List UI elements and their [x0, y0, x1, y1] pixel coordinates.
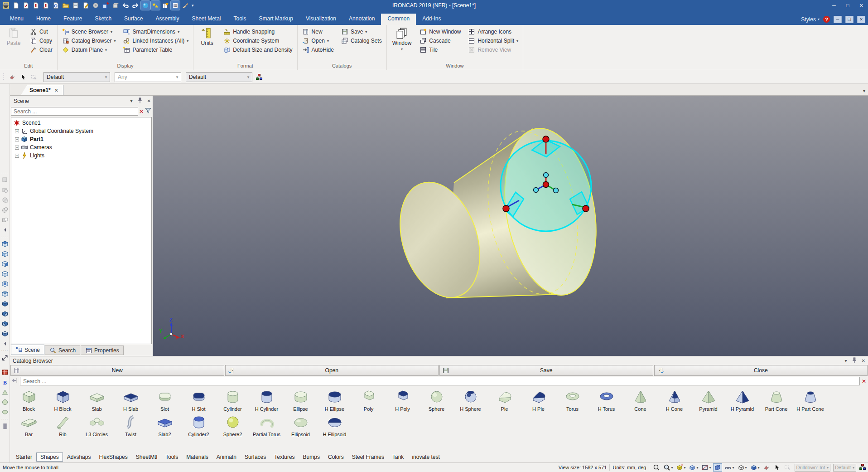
qat-doc-export-button[interactable] [41, 1, 50, 10]
qat-doc-check-button[interactable] [21, 1, 30, 10]
catalog-clear-search-icon[interactable]: ✕ [862, 378, 866, 384]
status-add-box-button[interactable]: ▾ [675, 463, 686, 472]
ribbon-tab-surface[interactable]: Surface [118, 14, 149, 25]
catalog-tab-bumps[interactable]: Bumps [299, 453, 324, 462]
cube-solid-c-button[interactable] [0, 319, 10, 329]
catalog-tab-inovate-test[interactable]: inovate test [408, 453, 444, 462]
config-combo[interactable]: Default▾ [186, 72, 252, 82]
ghost-mixed-button[interactable] [0, 215, 10, 225]
tree-item-part1[interactable]: +Part1 [11, 135, 151, 143]
catalog-search-input[interactable] [20, 377, 860, 385]
ribbon-tab-feature[interactable]: Feature [57, 14, 88, 25]
clear-search-icon[interactable]: ✕ [139, 108, 144, 115]
minimize-button[interactable]: ─ [827, 0, 841, 11]
catalog-tab-sheetmtl[interactable]: SheetMtl [132, 453, 161, 462]
toolbar-grip[interactable]: ···· [1, 417, 9, 421]
grille-button[interactable] [0, 421, 10, 431]
qat-doc-find-button[interactable] [51, 1, 60, 10]
ghost-circle2-button[interactable] [0, 205, 10, 215]
ghost-circle-button[interactable] [0, 195, 10, 205]
catalog-tab-materials[interactable]: Materials [182, 453, 212, 462]
ribbon-tab-smart-markup[interactable]: Smart Markup [253, 14, 299, 25]
triball-axis-ball-top[interactable] [543, 136, 549, 142]
catalog-item-slab[interactable]: Slab [80, 386, 114, 412]
catalog-close-button[interactable]: Close [654, 365, 868, 376]
catalog-close-icon[interactable]: ✕ [862, 358, 865, 363]
tile-button[interactable]: Tile [419, 46, 462, 54]
help-icon[interactable]: ? [823, 16, 830, 23]
catalog-item-part-cone[interactable]: Part Cone [759, 386, 793, 412]
qat-edit-sheet-button[interactable] [81, 1, 90, 10]
select-arrow-button[interactable] [18, 72, 28, 82]
catalog-save-button[interactable]: Save [439, 365, 653, 376]
qat-add-axes-button[interactable] [101, 1, 110, 10]
smartdimensions-button[interactable]: SmartDimensions▾ [122, 28, 189, 36]
catalog-tab-surfaces[interactable]: Surfaces [241, 453, 270, 462]
arrange-icons-button[interactable]: Arrange Icons [467, 28, 519, 36]
status-zoom-window-button[interactable] [652, 463, 661, 472]
catalog-tab-starter[interactable]: Starter [12, 453, 36, 462]
qat-app-logo-button[interactable] [1, 1, 10, 10]
scene-search-input[interactable] [11, 107, 138, 116]
mdi-minimize-button[interactable]: ─ [834, 16, 842, 23]
catalog-item-h-cylinder[interactable]: H Cylinder [250, 386, 284, 412]
tree-item-cameras[interactable]: +Cameras [11, 143, 151, 151]
qat-style-brush-button[interactable] [181, 1, 190, 10]
status-zoom-mode-button[interactable]: ▾ [662, 463, 674, 472]
catalog-open-button[interactable]: Open [225, 365, 439, 376]
catalog-item-l3-circles[interactable]: L3 Circles [80, 412, 114, 437]
ribbon-tab-tools[interactable]: Tools [227, 14, 253, 25]
handle-snapping-button[interactable]: Handle Snapping [222, 28, 293, 36]
catalog-item-sphere2[interactable]: Sphere2 [216, 412, 250, 437]
toolbar-grip[interactable]: ···· [1, 235, 9, 239]
mdi-restore-button[interactable]: ❐ [845, 16, 854, 23]
units-button[interactable]: Units [197, 26, 217, 48]
triball-axis-ball-right[interactable] [583, 205, 589, 212]
assembly-hierarchy-icon[interactable] [254, 72, 264, 82]
catalog-item-h-part-cone[interactable]: H Part Cone [793, 386, 827, 412]
catalog-item-h-torus[interactable]: H Torus [589, 386, 623, 412]
catalog-item-pie[interactable]: Pie [487, 386, 521, 412]
measure-arrow-button[interactable] [0, 353, 10, 363]
status-render-box-button[interactable]: ▾ [749, 463, 761, 472]
new-window-button[interactable]: New Window [419, 28, 462, 36]
qat-effects-stars-button[interactable] [151, 1, 160, 10]
expander-icon[interactable]: + [15, 129, 19, 133]
tree-item-scene1[interactable]: Scene1 [11, 119, 151, 127]
close-button[interactable]: ✕ [854, 0, 868, 11]
qat-list-props-button[interactable] [171, 1, 180, 10]
catalog-tab-animatn[interactable]: Animatn [212, 453, 241, 462]
ribbon-tab-menu[interactable]: Menu [4, 14, 30, 25]
cube-solid-b-button[interactable] [0, 309, 10, 319]
triball-axis-ball-left[interactable] [503, 205, 509, 212]
autohide-button[interactable]: AutoHide [301, 46, 335, 54]
cube-solid-a-button[interactable] [0, 299, 10, 309]
ribbon-tab-common[interactable]: Common [381, 14, 416, 25]
pin-icon[interactable] [136, 97, 144, 105]
catalog-tab-tank[interactable]: Tank [388, 453, 408, 462]
catalog-item-cylinder[interactable]: Cylinder [216, 386, 250, 412]
panel-tab-search[interactable]: Search [45, 345, 80, 355]
catalog-item-sphere[interactable]: Sphere [420, 386, 453, 412]
document-tab-scene1[interactable]: Scene1* ✕ [21, 85, 63, 95]
status-wire-glasses-button[interactable]: ▾ [723, 463, 735, 472]
triball-center-anchor[interactable] [543, 182, 549, 188]
tab-list-caret[interactable]: ▾ [863, 88, 865, 93]
toolbar-grip[interactable]: ···· [2, 73, 5, 81]
pin-icon[interactable] [851, 357, 858, 365]
catalog-item-h-pie[interactable]: H Pie [521, 386, 555, 412]
catalog-item-twist[interactable]: Twist [114, 412, 148, 437]
filter-funnel-icon[interactable] [145, 107, 152, 116]
toolbar-grip[interactable]: ···· [1, 171, 9, 175]
panel-tab-properties[interactable]: Properties [81, 345, 124, 355]
arrow-left-small-button[interactable] [0, 225, 10, 235]
cube-wire-d-button[interactable] [0, 269, 10, 279]
ghost-rect-button[interactable] [0, 175, 10, 185]
status-clip-view-button[interactable]: ▾ [700, 463, 712, 472]
cube-wire-b-button[interactable] [0, 249, 10, 259]
catalog-browser-button[interactable]: Catalog Browser▾ [61, 37, 117, 45]
catalog-tab-advshaps[interactable]: Advshaps [63, 453, 95, 462]
ribbon-tab-assembly[interactable]: Assembly [149, 14, 185, 25]
catalog-item-bar[interactable]: Bar [12, 412, 46, 437]
qat-options-caret[interactable]: ▾ [190, 3, 196, 8]
